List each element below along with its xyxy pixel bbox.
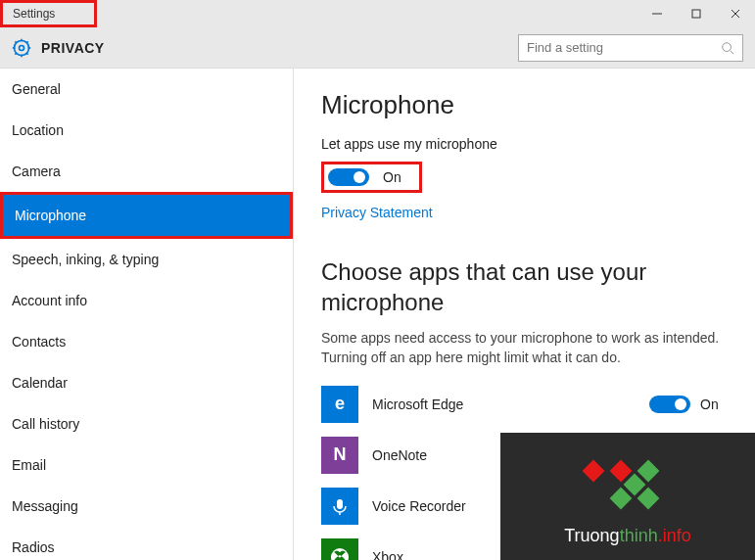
let-apps-label: Let apps use my microphone bbox=[321, 136, 728, 152]
svg-line-10 bbox=[15, 41, 17, 43]
close-icon bbox=[730, 8, 741, 20]
minimize-icon bbox=[651, 8, 663, 20]
sidebar-item-email[interactable]: Email bbox=[0, 444, 293, 486]
sidebar-item-camera[interactable]: Camera bbox=[0, 151, 293, 192]
header: PRIVACY bbox=[0, 27, 755, 69]
sidebar-item-callhistory[interactable]: Call history bbox=[0, 403, 293, 444]
app-name: Microsoft Edge bbox=[372, 397, 649, 412]
minimize-button[interactable] bbox=[637, 0, 677, 27]
svg-line-13 bbox=[26, 41, 28, 43]
sidebar-item-speech[interactable]: Speech, inking, & typing bbox=[0, 239, 293, 280]
maximize-button[interactable] bbox=[677, 0, 716, 27]
page-heading: Microphone bbox=[321, 90, 728, 120]
svg-line-12 bbox=[15, 53, 17, 55]
sidebar-item-contacts[interactable]: Contacts bbox=[0, 321, 293, 362]
sidebar-item-calendar[interactable]: Calendar bbox=[0, 362, 293, 403]
watermark-logo-icon bbox=[583, 432, 674, 523]
master-toggle-highlight: On bbox=[321, 162, 422, 193]
privacy-statement-link[interactable]: Privacy Statement bbox=[321, 205, 433, 220]
svg-point-5 bbox=[20, 45, 24, 50]
app-row-edge: e Microsoft Edge On bbox=[321, 386, 728, 423]
edge-icon: e bbox=[321, 386, 358, 423]
gear-icon bbox=[12, 38, 31, 58]
search-input[interactable] bbox=[527, 40, 721, 55]
svg-rect-1 bbox=[692, 10, 700, 18]
maximize-icon bbox=[690, 8, 702, 20]
master-toggle[interactable] bbox=[328, 168, 369, 186]
titlebar-left-highlight: Settings bbox=[0, 0, 97, 27]
app-state: On bbox=[700, 397, 728, 412]
svg-line-11 bbox=[26, 53, 28, 55]
search-box[interactable] bbox=[518, 34, 743, 62]
choose-apps-heading: Choose apps that can use your microphone bbox=[321, 257, 728, 317]
svg-line-15 bbox=[731, 50, 734, 54]
sidebar-item-location[interactable]: Location bbox=[0, 110, 293, 151]
search-icon bbox=[721, 41, 734, 55]
sidebar: General Location Camera Microphone Speec… bbox=[0, 69, 294, 560]
sidebar-item-general[interactable]: General bbox=[0, 69, 293, 110]
watermark-text: Truongthinh.info bbox=[564, 526, 690, 546]
header-title: PRIVACY bbox=[41, 40, 105, 56]
onenote-icon: N bbox=[321, 437, 358, 474]
window-title: Settings bbox=[13, 7, 55, 21]
sidebar-item-microphone[interactable]: Microphone bbox=[0, 192, 293, 239]
xbox-icon bbox=[321, 538, 358, 560]
xbox-logo-icon bbox=[329, 546, 351, 560]
watermark: Truongthinh.info bbox=[500, 433, 755, 560]
close-button[interactable] bbox=[716, 0, 755, 27]
choose-apps-desc: Some apps need access to your microphone… bbox=[321, 329, 728, 367]
titlebar: Settings bbox=[0, 0, 755, 27]
microphone-icon bbox=[330, 496, 350, 516]
master-toggle-state: On bbox=[383, 169, 401, 185]
voice-recorder-icon bbox=[321, 488, 358, 525]
app-toggle-edge[interactable] bbox=[649, 396, 690, 413]
sidebar-item-account[interactable]: Account info bbox=[0, 280, 293, 321]
sidebar-item-messaging[interactable]: Messaging bbox=[0, 486, 293, 527]
svg-rect-16 bbox=[337, 499, 343, 509]
svg-point-14 bbox=[723, 42, 731, 51]
sidebar-item-radios[interactable]: Radios bbox=[0, 527, 293, 560]
window-controls bbox=[637, 0, 755, 27]
